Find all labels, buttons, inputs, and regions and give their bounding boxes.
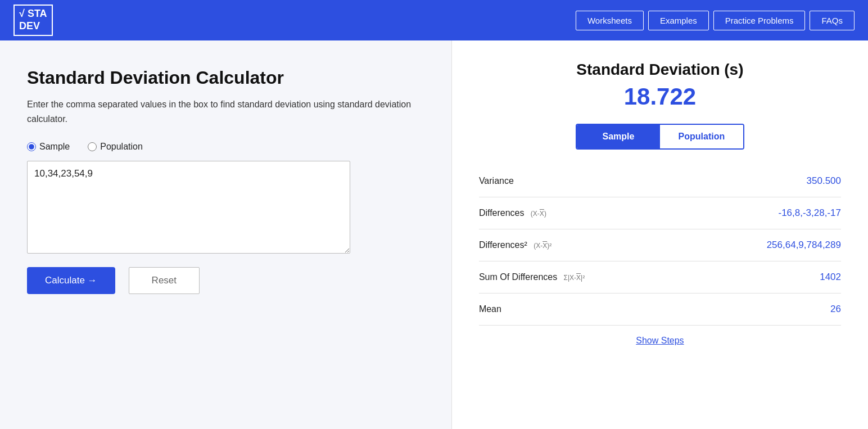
logo: √ STA DEV [13, 4, 53, 35]
stat-val-variance: 350.500 [807, 175, 841, 187]
radio-sample[interactable] [27, 142, 36, 151]
stat-label-variance: Variance [479, 176, 514, 186]
stat-row-sum: Sum Of Differences Σ|X-X|² 1402 [479, 261, 841, 293]
calculate-button[interactable]: Calculate → [27, 267, 115, 294]
radio-sample-text: Sample [39, 142, 70, 152]
right-panel: Standard Deviation (s) 18.722 Sample Pop… [451, 40, 868, 429]
tab-sample[interactable]: Sample [577, 125, 660, 148]
nav-practice-problems[interactable]: Practice Problems [713, 11, 806, 30]
stat-formula-differences: (X-X) [529, 210, 546, 218]
nav-worksheets[interactable]: Worksheets [576, 11, 644, 30]
header: √ STA DEV Worksheets Examples Practice P… [0, 0, 868, 40]
main-container: Standard Deviation Calculator Enter the … [0, 40, 868, 429]
main-nav: Worksheets Examples Practice Problems FA… [576, 11, 855, 30]
stat-val-differences-sq: 256,64,9,784,289 [767, 240, 841, 251]
result-title: Standard Deviation (s) [479, 61, 841, 79]
stat-val-differences: -16,8,-3,28,-17 [778, 207, 841, 219]
stat-row-variance: Variance 350.500 [479, 165, 841, 197]
stat-formula-differences-sq: (X-X)² [532, 242, 551, 250]
stat-row-differences: Differences (X-X) -16,8,-3,28,-17 [479, 197, 841, 229]
stat-row-differences-sq: Differences² (X-X)² 256,64,9,784,289 [479, 229, 841, 261]
nav-faqs[interactable]: FAQs [810, 11, 855, 30]
radio-population-text: Population [100, 142, 143, 152]
stat-val-mean: 26 [830, 304, 841, 315]
values-input[interactable]: 10,34,23,54,9 [27, 161, 350, 254]
result-value: 18.722 [479, 83, 841, 110]
stat-val-sum: 1402 [820, 272, 841, 283]
page-title: Standard Deviation Calculator [27, 67, 424, 88]
stat-row-mean: Mean 26 [479, 293, 841, 326]
show-steps-link[interactable]: Show Steps [479, 336, 841, 346]
reset-button[interactable]: Reset [129, 267, 200, 294]
radio-group: Sample Population [27, 142, 424, 152]
stat-formula-sum: Σ|X-X|² [562, 274, 585, 282]
left-panel: Standard Deviation Calculator Enter the … [0, 40, 451, 429]
radio-sample-label[interactable]: Sample [27, 142, 70, 152]
logo-line2: DEV [19, 20, 47, 33]
stat-label-sum: Sum Of Differences Σ|X-X|² [479, 272, 585, 282]
logo-line1: √ STA [19, 8, 47, 20]
nav-examples[interactable]: Examples [648, 11, 709, 30]
stat-label-differences: Differences (X-X) [479, 208, 546, 218]
stats-table: Variance 350.500 Differences (X-X) -16,8… [479, 165, 841, 326]
tab-group: Sample Population [576, 124, 744, 150]
radio-population-label[interactable]: Population [88, 142, 143, 152]
calc-description: Enter the comma separated values in the … [27, 97, 424, 126]
tab-population[interactable]: Population [660, 125, 743, 148]
button-row: Calculate → Reset [27, 267, 424, 294]
radio-population[interactable] [88, 142, 97, 151]
logo-box: √ STA DEV [13, 4, 53, 35]
stat-label-differences-sq: Differences² (X-X)² [479, 240, 551, 250]
stat-label-mean: Mean [479, 304, 501, 314]
